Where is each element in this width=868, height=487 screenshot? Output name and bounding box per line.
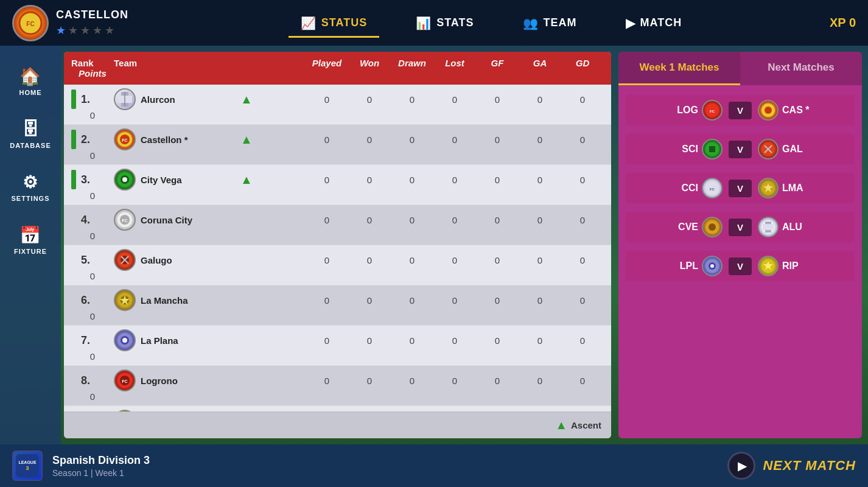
cell-gd: 0 <box>561 335 604 346</box>
nav-stats[interactable]: 📊 STATS <box>391 11 498 35</box>
rank-spacer <box>71 210 76 229</box>
cell-played: 0 <box>306 94 348 105</box>
table-row[interactable]: 5. Galugo 0 0 0 0 0 0 0 0 <box>64 245 611 286</box>
fixture-label: FIXTURE <box>14 248 47 255</box>
cell-lost: 0 <box>433 295 476 306</box>
ascent-button[interactable]: ▲ Ascent <box>555 418 601 432</box>
table-row[interactable]: 7. La Plana 0 0 0 0 0 0 0 0 <box>64 326 611 366</box>
cell-gd: 0 <box>561 175 604 185</box>
rank-num: 2. <box>81 133 90 146</box>
table-row[interactable]: 8. FC Logrono 0 0 0 0 0 0 0 0 <box>64 366 611 406</box>
nav-status[interactable]: 📈 STATUS <box>276 11 391 35</box>
match-badge-right <box>758 178 779 198</box>
cell-played: 0 <box>306 215 348 225</box>
nav-match[interactable]: ▶ MATCH <box>601 11 707 35</box>
match-badge-left <box>702 139 723 159</box>
svg-point-36 <box>765 107 772 114</box>
rank-col: 1. <box>71 89 114 109</box>
cell-points: 0 <box>71 271 114 281</box>
svg-point-53 <box>710 264 714 268</box>
club-stars: ★ ★ ★ ★ ★ <box>56 24 128 37</box>
settings-label: SETTINGS <box>11 195 49 202</box>
database-label: DATABASE <box>10 142 51 149</box>
cell-gf: 0 <box>476 175 519 185</box>
match-row[interactable]: CVE V ALU <box>626 212 855 242</box>
cell-gf: 0 <box>476 135 519 145</box>
team-icon: 👥 <box>523 16 539 30</box>
cell-lost: 0 <box>433 135 476 145</box>
col-lost: Lost <box>433 58 476 68</box>
match-icon: ▶ <box>626 16 635 30</box>
team-badge: FC <box>114 209 136 231</box>
team-badge <box>114 329 136 351</box>
rank-indicator <box>71 130 76 149</box>
match-row[interactable]: LOG FC V CAS * <box>626 95 855 125</box>
sidebar-item-database[interactable]: 🗄 DATABASE <box>0 111 61 158</box>
team-name: Galugo <box>141 255 172 265</box>
cell-drawn: 0 <box>391 295 433 306</box>
match-badge-right <box>758 256 779 276</box>
svg-text:FC: FC <box>122 138 127 142</box>
cell-gd: 0 <box>561 94 604 105</box>
match-abbr-right: LMA <box>782 183 803 194</box>
team-cell: City Vega <box>114 169 236 191</box>
svg-text:FC: FC <box>710 110 715 113</box>
tab-week-matches[interactable]: Week 1 Matches <box>618 52 740 85</box>
ascent-arrow-icon: ▲ <box>555 418 567 432</box>
col-won: Won <box>348 58 391 68</box>
next-match-button[interactable]: ▶ NEXT MATCH <box>727 452 856 480</box>
team-badge <box>114 289 136 311</box>
svg-point-47 <box>709 223 716 231</box>
match-row[interactable]: LPL V RIP <box>626 251 855 281</box>
cell-lost: 0 <box>433 376 476 386</box>
match-badge-right <box>758 139 779 159</box>
table-row[interactable]: 3. City Vega ▲ 0 0 0 0 0 0 0 0 <box>64 165 611 205</box>
team-cell: Galugo <box>114 249 236 271</box>
fixture-icon: 📅 <box>19 225 41 245</box>
team-badge <box>114 169 136 191</box>
table-row[interactable]: 9. Ripoll 0 0 0 0 0 0 0 0 <box>64 406 611 412</box>
cell-ga: 0 <box>519 135 561 145</box>
table-row[interactable]: 2. FC Castellon * ▲ 0 0 0 0 0 0 0 0 <box>64 125 611 165</box>
team-name: Castellon * <box>141 135 188 145</box>
sidebar-item-fixture[interactable]: 📅 FIXTURE <box>0 217 61 264</box>
match-team-right: GAL <box>758 139 847 159</box>
arrow-cell: ▲ <box>236 173 306 187</box>
matches-list: LOG FC V CAS * SCI V GAL <box>618 85 862 438</box>
team-badge: FC <box>114 128 136 150</box>
nav-match-label: MATCH <box>640 16 682 29</box>
table-row[interactable]: 6. La Mancha 0 0 0 0 0 0 0 0 <box>64 286 611 326</box>
table-row[interactable]: 4. FC Coruna City 0 0 0 0 0 0 0 0 <box>64 205 611 245</box>
cell-won: 0 <box>348 376 391 386</box>
cell-won: 0 <box>348 175 391 185</box>
cell-gf: 0 <box>476 335 519 346</box>
match-row[interactable]: CCI FC V LMA <box>626 173 855 203</box>
next-match-label: NEXT MATCH <box>763 458 856 474</box>
rank-num: 4. <box>81 214 90 226</box>
rank-num: 1. <box>81 93 90 106</box>
match-team-right: CAS * <box>758 100 847 121</box>
nav-team[interactable]: 👥 TEAM <box>499 11 601 35</box>
home-icon: 🏠 <box>19 66 41 86</box>
sidebar-item-home[interactable]: 🏠 HOME <box>0 58 61 105</box>
cell-drawn: 0 <box>391 135 433 145</box>
home-label: HOME <box>19 89 42 96</box>
team-cell: FC Coruna City <box>114 209 236 231</box>
rank-col: 8. <box>71 371 114 390</box>
cell-played: 0 <box>306 255 348 265</box>
team-badge <box>114 88 136 110</box>
star-3: ★ <box>80 24 90 37</box>
table-row[interactable]: 1. Alurcon ▲ 0 0 0 0 0 0 0 0 <box>64 85 611 125</box>
cell-lost: 0 <box>433 94 476 105</box>
bottom-league-info: Spanish Division 3 Season 1 | Week 1 <box>52 454 150 478</box>
cell-lost: 0 <box>433 215 476 225</box>
match-row[interactable]: SCI V GAL <box>626 134 855 164</box>
cell-played: 0 <box>306 135 348 145</box>
sidebar-item-settings[interactable]: ⚙ SETTINGS <box>0 164 61 211</box>
cell-ga: 0 <box>519 376 561 386</box>
tab-next-matches[interactable]: Next Matches <box>740 52 862 85</box>
star-1: ★ <box>56 24 66 37</box>
cell-lost: 0 <box>433 335 476 346</box>
cell-points: 0 <box>71 231 114 241</box>
match-badge-right <box>758 100 779 121</box>
